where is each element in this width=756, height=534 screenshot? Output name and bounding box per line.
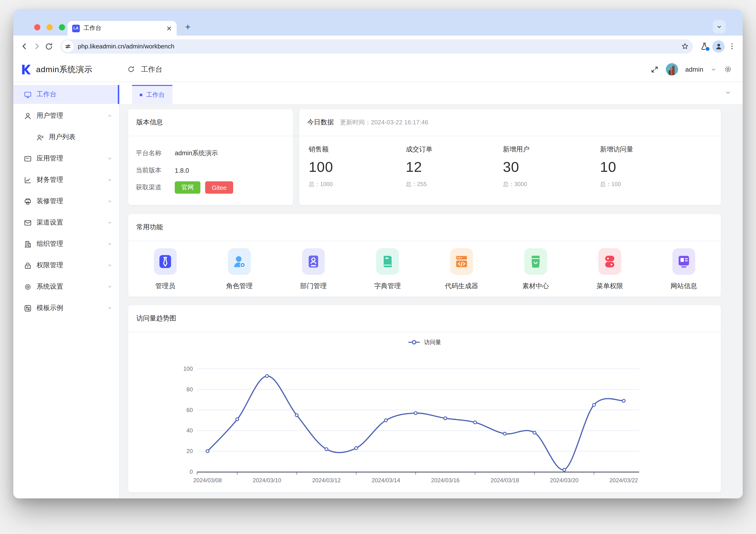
main-area: 工作台 版本信息 平台名称 admin系统演示 [120, 82, 743, 498]
tab-search-chevron-icon[interactable] [713, 20, 726, 34]
sidebar-item-decorate[interactable]: 装修管理 [13, 192, 119, 211]
function-dictionary[interactable]: 字典管理 [350, 248, 424, 290]
sidebar-item-label: 应用管理 [37, 154, 63, 163]
sidebar-item-label: 用户管理 [37, 112, 63, 120]
stat-new-users: 新增用户 30 总：3000 [493, 145, 590, 188]
url-bar[interactable]: php.likeadmin.cn/admin/workbench [60, 39, 693, 53]
function-role[interactable]: 角色管理 [202, 248, 276, 290]
sidebar-item-organization[interactable]: 组织管理 [13, 234, 119, 254]
sidebar-item-user-list[interactable]: 用户列表 [13, 128, 119, 147]
function-tile [672, 248, 695, 275]
svg-text:2024/03/22: 2024/03/22 [609, 477, 638, 483]
new-tab-button[interactable]: + [185, 22, 190, 32]
user-avatar[interactable] [666, 63, 678, 75]
function-label: 字典管理 [374, 282, 401, 290]
function-material[interactable]: 素材中心 [499, 248, 573, 290]
svg-text:2024/03/14: 2024/03/14 [372, 477, 400, 483]
function-tile [450, 248, 473, 275]
function-tile [154, 248, 177, 275]
browser-tab[interactable]: LA 工作台 ✕ [68, 21, 177, 36]
today-data-card: 今日数据 更新时间：2024-03-22 16:17:46 销售额 100 总：… [299, 109, 721, 205]
tab-favicon: LA [72, 24, 80, 32]
stat-value: 30 [503, 159, 590, 175]
site-settings-icon[interactable] [62, 40, 74, 52]
svg-text:2024/03/12: 2024/03/12 [312, 477, 341, 483]
settings-gear-icon[interactable] [724, 65, 732, 73]
content: 版本信息 平台名称 admin系统演示 当前版本 1.8.0 [120, 104, 743, 498]
sidebar-item-label: 渠道设置 [37, 218, 63, 227]
page-refresh-icon[interactable] [127, 66, 135, 73]
sidebar-item-users[interactable]: 用户管理 [13, 106, 119, 125]
platform-name-label: 平台名称 [136, 149, 170, 158]
channel-label: 获取渠道 [136, 183, 170, 192]
forward-icon[interactable] [32, 42, 41, 51]
sidebar-item-label: 装修管理 [37, 197, 63, 205]
visits-trend-chart: 0204060801002024/03/082024/03/102024/03/… [128, 352, 721, 493]
browser-menu-kebab-icon[interactable] [728, 42, 736, 50]
official-site-button[interactable]: 官网 [175, 181, 201, 194]
sidebar-item-permission[interactable]: 权限管理 [13, 256, 119, 275]
template-icon [24, 304, 32, 312]
stat-total: 总：100 [600, 180, 688, 188]
user-icon [24, 112, 32, 120]
current-version-row: 当前版本 1.8.0 [136, 162, 285, 179]
version-info-card: 版本信息 平台名称 admin系统演示 当前版本 1.8.0 [128, 109, 293, 205]
decorate-icon [24, 197, 32, 205]
code-generator-icon [454, 254, 469, 269]
function-label: 代码生成器 [445, 282, 478, 290]
sidebar-item-apps[interactable]: 应用管理 [13, 149, 119, 168]
tag-workbench[interactable]: 工作台 [132, 85, 173, 104]
functions-row: 管理员 角色管理 部门管理 字典管理 代码生成器 素材中心 菜单权限 [128, 241, 721, 290]
browser-profile-avatar[interactable] [712, 40, 725, 52]
sidebar-item-template[interactable]: 模板示例 [13, 299, 119, 318]
url-text[interactable]: php.likeadmin.cn/admin/workbench [78, 43, 174, 50]
stat-total: 总：3000 [503, 180, 590, 188]
chevron-down-icon [107, 156, 113, 161]
visits-trend-card: 访问量趋势图 访问量 0204060801002024/03/082024/03… [128, 305, 721, 492]
maximize-window-button[interactable] [59, 24, 65, 30]
chevron-up-icon [107, 113, 113, 119]
svg-text:2024/03/08: 2024/03/08 [193, 477, 222, 483]
user-menu-chevron-down-icon[interactable] [711, 66, 716, 72]
browser-toolbar: php.likeadmin.cn/admin/workbench [13, 36, 743, 57]
gear-icon [24, 283, 32, 291]
department-icon [306, 254, 321, 269]
chart-legend[interactable]: 访问量 [128, 332, 721, 352]
sidebar-item-finance[interactable]: 财务管理 [13, 171, 119, 189]
username[interactable]: admin [685, 66, 703, 73]
experiments-flask-icon[interactable] [700, 42, 709, 51]
tagbar-chevron-down-icon[interactable] [725, 89, 731, 96]
chevron-down-icon [107, 199, 113, 204]
gitee-button[interactable]: Gitee [205, 181, 233, 194]
tab-close-icon[interactable]: ✕ [166, 25, 172, 32]
close-window-button[interactable] [34, 24, 40, 30]
back-icon[interactable] [20, 42, 29, 51]
bookmark-star-icon[interactable] [681, 42, 689, 50]
minimize-window-button[interactable] [46, 24, 53, 30]
svg-text:0: 0 [190, 468, 193, 475]
tag-label: 工作台 [146, 91, 165, 99]
role-gear-icon [232, 254, 247, 269]
sidebar-item-workbench[interactable]: 工作台 [13, 85, 119, 104]
functions-card-title: 常用功能 [128, 214, 721, 241]
org-icon [24, 240, 32, 248]
function-department[interactable]: 部门管理 [276, 248, 350, 290]
stat-sales: 销售额 100 总：1000 [299, 145, 396, 188]
sidebar-item-system[interactable]: 系统设置 [13, 277, 119, 296]
reload-icon[interactable] [45, 42, 53, 51]
svg-text:2024/03/16: 2024/03/16 [431, 477, 460, 483]
sidebar-item-label: 工作台 [37, 90, 57, 99]
function-code-generator[interactable]: 代码生成器 [424, 248, 499, 290]
sidebar-item-channel[interactable]: 渠道设置 [13, 213, 119, 232]
stat-label: 成交订单 [406, 145, 493, 154]
function-admin[interactable]: 管理员 [128, 248, 202, 290]
sidebar-item-label: 模板示例 [37, 304, 63, 312]
fullscreen-icon[interactable] [651, 65, 659, 73]
updated-time: 更新时间：2024-03-22 16:17:46 [340, 118, 428, 127]
function-website[interactable]: 网站信息 [647, 248, 721, 290]
function-tile [524, 248, 547, 275]
svg-text:100: 100 [183, 365, 193, 372]
current-version-label: 当前版本 [136, 166, 170, 175]
stat-new-visits: 新增访问量 10 总：100 [590, 145, 688, 188]
function-menu-permission[interactable]: 菜单权限 [573, 248, 647, 290]
